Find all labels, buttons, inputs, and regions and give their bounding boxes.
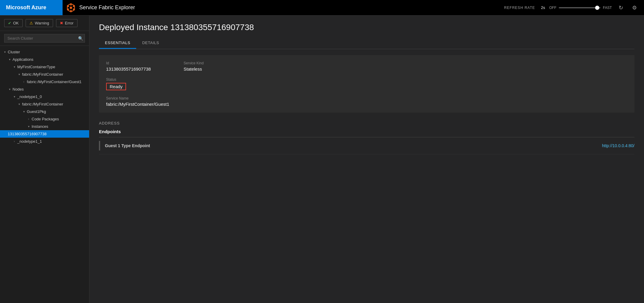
service-name-value: fabric:/MyFirstContainer/Guest1 [106,102,169,107]
tree-label-nodetype1_1: _nodetype1_1 [17,139,87,144]
essentials-row-3: Service Name fabric:/MyFirstContainer/Gu… [106,96,627,107]
tree-chevron-instances: ▾ [26,125,31,128]
search-input[interactable] [4,34,85,43]
sf-logo [66,3,76,13]
app-title: Service Fabric Explorer [79,4,135,11]
settings-button[interactable]: ⚙ [630,3,639,13]
topbar-controls: REFRESH RATE 2s OFF FAST ↻ ⚙ [504,3,644,13]
filter-error-button[interactable]: ✖ Error [56,19,77,27]
refresh-slider[interactable] [559,7,600,8]
tree-label-nodetype1_0: _nodetype1_0 [17,94,87,99]
ok-icon: ✔ [8,21,11,25]
slider-thumb [595,6,599,10]
svg-point-6 [68,8,69,10]
tree-item-guest1pkg[interactable]: ▾Guest1Pkg [0,108,89,115]
svg-point-5 [70,10,72,11]
tree-chevron-code-packages: › [26,117,31,121]
tree-chevron-nodetype1_0: ▾ [12,95,17,98]
tab-bar: ESSENTIALS DETAILS [99,38,634,49]
tree-label-nodes: Nodes [13,87,87,91]
address-title: ADDRESS [99,121,634,125]
tree-chevron-guest1pkg: ▾ [21,110,26,113]
page-title-id: 131380355716907738 [170,23,254,32]
tree-label-instance-id: 131380355716907738 [8,132,87,136]
tree-label-applications: Applications [13,57,87,62]
tree-label-myfirstcontainertype: MyFirstContainerType [17,65,87,69]
search-button[interactable]: 🔍 [78,36,83,41]
tree-item-nodetype1_1[interactable]: ›_nodetype1_1 [0,138,89,145]
svg-point-4 [73,8,75,10]
endpoint-name: Guest 1 Type Endpoint [105,143,602,148]
tree-item-instances[interactable]: ▾Instances [0,123,89,130]
field-service-kind: Service Kind Stateless [184,61,243,72]
ok-label: OK [13,21,19,25]
tree-item-code-packages[interactable]: ›Code Packages [0,115,89,123]
filter-ok-button[interactable]: ✔ OK [4,19,23,27]
field-status: Status Ready [106,77,166,90]
error-icon: ✖ [60,21,63,25]
essentials-panel: Id 131380355716907738 Service Kind State… [99,55,634,113]
tab-essentials[interactable]: ESSENTIALS [99,38,136,49]
brand-label: Microsoft Azure [0,0,63,15]
tree-item-nodes[interactable]: ▾Nodes [0,86,89,93]
page-title: Deployed Instance 131380355716907738 [99,23,634,32]
tree-chevron-myfirstcontainertype: ▾ [12,65,17,69]
endpoint-row: Guest 1 Type Endpoint http://10.0.0.4:80… [99,137,634,154]
tree-label-fabric-myfc-guest1: fabric:/MyFirstContainer/Guest1 [27,80,87,84]
tree-item-applications[interactable]: ▾Applications [0,56,89,63]
tree-chevron-cluster: ▾ [2,50,7,54]
page-title-prefix: Deployed Instance [99,23,168,32]
address-section: ADDRESS Endpoints Guest 1 Type Endpoint … [99,121,634,154]
refresh-rate-label: REFRESH RATE [504,6,535,10]
sidebar-search-area: 🔍 [0,31,89,46]
essentials-row-1: Id 131380355716907738 Service Kind State… [106,61,627,72]
warning-icon: ⚠ [30,21,33,25]
essentials-row-2: Status Ready [106,77,627,90]
tree-label-fabric-myfc-node: fabric:/MyFirstContainer [22,102,87,106]
field-service-name: Service Name fabric:/MyFirstContainer/Gu… [106,96,169,107]
tree-label-code-packages: Code Packages [32,117,87,121]
tree-chevron-nodetype1_1: › [12,140,17,143]
status-value: Ready [106,83,126,90]
svg-point-1 [70,7,72,9]
main-layout: ✔ OK ⚠ Warning ✖ Error 🔍 ▾Cluster▾Applic… [0,15,644,303]
tree-chevron-fabric-myfc-guest1: › [21,80,26,83]
field-id: Id 131380355716907738 [106,61,166,72]
filter-warning-button[interactable]: ⚠ Warning [26,19,53,27]
svg-point-2 [70,4,72,5]
id-label: Id [106,61,166,65]
tree-label-instances: Instances [32,124,87,129]
service-kind-label: Service Kind [184,61,243,65]
sidebar-tree: ▾Cluster▾Applications▾MyFirstContainerTy… [0,46,89,303]
tab-details[interactable]: DETAILS [136,38,165,49]
service-kind-value: Stateless [184,66,243,72]
main-content: Deployed Instance 131380355716907738 ESS… [89,15,644,303]
refresh-rate-value: 2s [541,5,545,10]
tree-item-fabric-myfc[interactable]: ▾fabric:/MyFirstContainer [0,71,89,78]
endpoints-heading: Endpoints [99,129,634,134]
status-label: Status [106,77,166,82]
refresh-slider-row: OFF FAST [549,6,612,10]
error-label: Error [65,21,74,25]
id-value: 131380355716907738 [106,66,166,72]
tree-label-cluster: Cluster [8,50,87,54]
slider-fast-label: FAST [603,6,612,10]
tree-item-fabric-myfc-guest1[interactable]: ›fabric:/MyFirstContainer/Guest1 [0,78,89,86]
svg-point-7 [68,5,69,7]
endpoint-bar [99,141,100,150]
tree-item-cluster[interactable]: ▾Cluster [0,48,89,56]
filter-buttons: ✔ OK ⚠ Warning ✖ Error [0,15,89,31]
tree-chevron-applications: ▾ [7,58,12,61]
tree-chevron-fabric-myfc: ▾ [17,73,21,76]
warning-label: Warning [35,21,49,25]
refresh-button[interactable]: ↻ [616,3,626,13]
endpoint-url[interactable]: http://10.0.0.4:80/ [602,143,634,148]
tree-chevron-nodes: ▾ [7,88,12,91]
tree-item-fabric-myfc-node[interactable]: ▾fabric:/MyFirstContainer [0,100,89,108]
tree-item-instance-id[interactable]: 131380355716907738 [0,130,89,138]
tree-item-nodetype1_0[interactable]: ▾_nodetype1_0 [0,93,89,100]
svg-point-3 [73,5,75,7]
tree-item-myfirstcontainertype[interactable]: ▾MyFirstContainerType [0,63,89,71]
tree-label-guest1pkg: Guest1Pkg [27,109,87,114]
tree-chevron-fabric-myfc-node: ▾ [17,102,21,106]
